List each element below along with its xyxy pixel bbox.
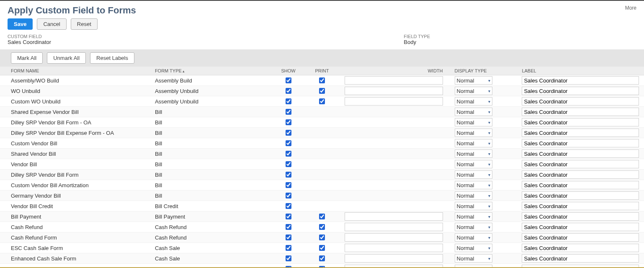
display-type-select[interactable]: Normal▾ <box>455 97 492 106</box>
label-input[interactable] <box>522 118 639 126</box>
show-checkbox[interactable] <box>286 182 291 188</box>
col-header-label[interactable]: LABEL <box>518 67 644 75</box>
display-type-select[interactable]: Normal▾ <box>455 265 492 268</box>
show-checkbox[interactable] <box>286 234 291 240</box>
label-input[interactable] <box>522 223 639 231</box>
label-input[interactable] <box>522 129 639 137</box>
label-input[interactable] <box>522 244 639 252</box>
show-checkbox[interactable] <box>286 245 291 251</box>
cell-show <box>273 222 303 232</box>
display-type-select[interactable]: Normal▾ <box>455 233 492 242</box>
label-input[interactable] <box>522 149 639 158</box>
show-checkbox[interactable] <box>286 266 291 268</box>
col-header-print[interactable]: PRINT <box>303 67 341 75</box>
cell-formtype: Cash Refund <box>152 232 274 243</box>
label-input[interactable] <box>522 265 639 268</box>
reset-labels-button[interactable]: Reset Labels <box>90 52 134 64</box>
reset-button[interactable]: Reset <box>71 18 98 30</box>
print-checkbox[interactable] <box>319 234 325 240</box>
print-checkbox[interactable] <box>319 77 325 83</box>
cancel-button[interactable]: Cancel <box>37 18 66 30</box>
print-checkbox[interactable] <box>319 266 325 268</box>
show-checkbox[interactable] <box>286 130 291 136</box>
print-checkbox[interactable] <box>319 255 325 261</box>
display-type-select[interactable]: Normal▾ <box>455 181 492 189</box>
label-input[interactable] <box>522 233 639 242</box>
label-input[interactable] <box>522 212 639 221</box>
mark-all-button[interactable]: Mark All <box>11 52 43 64</box>
width-input[interactable] <box>345 244 443 252</box>
show-checkbox[interactable] <box>286 119 291 125</box>
show-checkbox[interactable] <box>286 172 291 178</box>
display-type-select[interactable]: Normal▾ <box>455 244 492 252</box>
label-input[interactable] <box>522 76 639 85</box>
show-checkbox[interactable] <box>286 203 291 209</box>
label-input[interactable] <box>522 254 639 263</box>
display-type-select[interactable]: Normal▾ <box>455 149 492 158</box>
display-type-select[interactable]: Normal▾ <box>455 212 492 221</box>
cell-label <box>518 128 644 138</box>
col-header-formtype[interactable]: FORM TYPE <box>152 67 274 75</box>
cell-formname: Dilley SRP Vendor Bill Form - OA <box>0 117 152 128</box>
col-header-width[interactable]: WIDTH <box>341 67 446 75</box>
cell-displaytype: Normal▾ <box>446 264 518 268</box>
show-checkbox[interactable] <box>286 88 291 94</box>
show-checkbox[interactable] <box>286 161 291 167</box>
save-button[interactable]: Save <box>8 18 33 30</box>
show-checkbox[interactable] <box>286 224 291 230</box>
show-checkbox[interactable] <box>286 193 291 198</box>
width-input[interactable] <box>345 223 443 231</box>
display-type-select[interactable]: Normal▾ <box>455 160 492 168</box>
show-checkbox[interactable] <box>286 255 291 261</box>
display-type-select[interactable]: Normal▾ <box>455 202 492 210</box>
width-input[interactable] <box>345 76 443 85</box>
label-input[interactable] <box>522 191 639 200</box>
display-type-select[interactable]: Normal▾ <box>455 170 492 179</box>
display-type-select[interactable]: Normal▾ <box>455 87 492 95</box>
show-checkbox[interactable] <box>286 151 291 157</box>
print-checkbox[interactable] <box>319 224 325 230</box>
more-link[interactable]: More <box>625 5 636 11</box>
cell-show <box>273 86 303 96</box>
col-header-formname[interactable]: FORM NAME <box>0 67 152 75</box>
label-input[interactable] <box>522 87 639 95</box>
cell-label <box>518 253 644 264</box>
width-input[interactable] <box>345 254 443 263</box>
print-checkbox[interactable] <box>319 245 325 251</box>
display-type-select[interactable]: Normal▾ <box>455 139 492 147</box>
show-checkbox[interactable] <box>286 140 291 146</box>
display-type-value: Normal <box>457 161 474 168</box>
print-checkbox[interactable] <box>319 214 325 219</box>
label-input[interactable] <box>522 160 639 168</box>
width-input[interactable] <box>345 233 443 242</box>
display-type-select[interactable]: Normal▾ <box>455 108 492 116</box>
label-input[interactable] <box>522 97 639 106</box>
label-input[interactable] <box>522 170 639 179</box>
display-type-select[interactable]: Normal▾ <box>455 254 492 263</box>
display-type-select[interactable]: Normal▾ <box>455 191 492 200</box>
display-type-select[interactable]: Normal▾ <box>455 76 492 85</box>
unmark-all-button[interactable]: Unmark All <box>47 52 86 64</box>
label-input[interactable] <box>522 202 639 210</box>
width-input[interactable] <box>345 265 443 268</box>
label-input[interactable] <box>522 139 639 147</box>
print-checkbox[interactable] <box>319 88 325 94</box>
width-input[interactable] <box>345 97 443 106</box>
display-type-select[interactable]: Normal▾ <box>455 129 492 137</box>
show-checkbox[interactable] <box>286 98 291 104</box>
display-type-select[interactable]: Normal▾ <box>455 223 492 231</box>
display-type-select[interactable]: Normal▾ <box>455 118 492 126</box>
width-input[interactable] <box>345 87 443 95</box>
show-checkbox[interactable] <box>286 77 291 83</box>
show-checkbox[interactable] <box>286 109 291 115</box>
width-input[interactable] <box>345 212 443 221</box>
print-checkbox[interactable] <box>319 98 325 104</box>
table-row: Cash SaleCash SaleNormal▾ <box>0 264 644 268</box>
col-header-show[interactable]: SHOW <box>273 67 303 75</box>
cell-show <box>273 170 303 180</box>
show-checkbox[interactable] <box>286 214 291 219</box>
label-input[interactable] <box>522 181 639 189</box>
col-header-displaytype[interactable]: DISPLAY TYPE <box>446 67 518 75</box>
label-input[interactable] <box>522 108 639 116</box>
cell-label <box>518 75 644 86</box>
